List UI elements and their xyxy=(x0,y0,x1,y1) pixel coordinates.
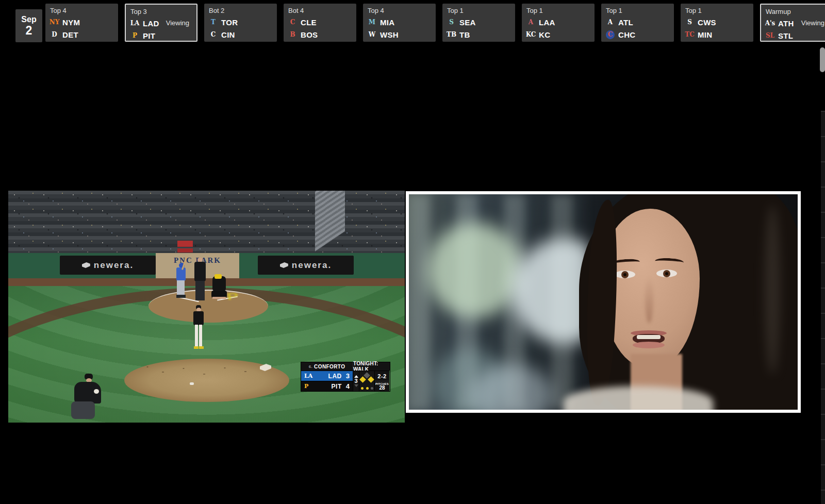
home-team-row: TB TB xyxy=(447,28,510,41)
away-team-logo-icon: A xyxy=(526,18,535,27)
rosin-bag xyxy=(190,382,194,385)
facade-banner xyxy=(177,241,193,247)
away-abbr: LAD xyxy=(312,373,342,380)
scorebug-note: TONIGHT: WALK xyxy=(353,362,390,371)
game-status: Top 1 xyxy=(447,7,510,14)
home-team-abbr: MIN xyxy=(698,30,712,39)
pitcher-figure xyxy=(192,305,205,351)
inning-bottom-arrow-icon xyxy=(354,384,358,387)
home-team-row: B BOS xyxy=(288,28,352,41)
facade-banner xyxy=(177,248,193,253)
away-team-abbr: CWS xyxy=(698,18,716,27)
game-status: Top 4 xyxy=(50,7,113,14)
home-team-logo-icon: SL xyxy=(766,31,774,40)
eye xyxy=(615,271,635,278)
lower-lip xyxy=(633,342,665,348)
home-team-row: W WSH xyxy=(368,28,431,41)
game-tile-nym-det[interactable]: Top 4 NY NYM D DET xyxy=(45,4,118,42)
game-tile-cle-bos[interactable]: Bot 4 C CLE B BOS xyxy=(284,4,356,42)
scorebug: 6. CONFORTO TONIGHT: WALK LA LAD 3 P PIT… xyxy=(301,362,390,391)
game-status: Top 1 xyxy=(685,7,749,14)
batter-figure xyxy=(174,263,188,301)
game-tile-laa-kc[interactable]: Top 1 A LAA KC KC xyxy=(522,4,595,42)
away-team-logo-icon: A's xyxy=(766,19,774,28)
game-status: Bot 4 xyxy=(288,7,352,14)
date-box: Sep 2 xyxy=(15,9,42,42)
pitch-count: PITCHES 28 xyxy=(375,381,389,391)
game-tile-mia-wsh[interactable]: Top 4 M MIA W WSH xyxy=(363,4,436,42)
eyebrow xyxy=(655,258,684,266)
home-team-row: KC KC xyxy=(526,28,590,41)
home-team-abbr: DET xyxy=(62,30,78,39)
home-team-logo-icon: C xyxy=(209,30,218,39)
newera-ad-banner: newera. xyxy=(258,256,354,275)
lad-logo-icon: LA xyxy=(304,373,312,379)
away-team-abbr: TOR xyxy=(221,18,238,27)
home-team-logo-icon: W xyxy=(368,30,376,39)
game-tile-sea-tb[interactable]: Top 1 S SEA TB TB xyxy=(442,4,515,42)
home-plate-dirt xyxy=(148,290,268,323)
nose xyxy=(645,276,653,323)
away-team-logo-icon: S xyxy=(447,18,456,27)
away-team-abbr: LAA xyxy=(539,18,555,27)
away-team-row: A LAA xyxy=(526,16,590,28)
away-team-row: T TOR xyxy=(209,16,272,28)
scrollbar-thumb[interactable] xyxy=(820,47,825,72)
base-first xyxy=(368,376,374,383)
away-team-logo-icon: M xyxy=(368,18,376,27)
away-score: 3 xyxy=(346,372,350,380)
home-team-abbr: KC xyxy=(539,30,550,39)
home-team-abbr: PIT xyxy=(143,31,155,40)
teeth xyxy=(637,335,661,339)
video-pane-baseball[interactable]: PNC PARK newera. newera. P xyxy=(8,191,405,423)
home-team-logo-icon: P xyxy=(130,31,139,40)
ball-strike-count: 2-2 xyxy=(375,371,389,381)
home-team-abbr: BOS xyxy=(301,30,318,39)
home-team-row: C CIN xyxy=(209,28,272,41)
bases-display xyxy=(359,371,374,391)
viewing-badge: Viewing xyxy=(166,19,189,27)
stadium-stairs xyxy=(315,191,345,251)
home-team-logo-icon: KC xyxy=(526,30,535,39)
home-team-logo-icon: C xyxy=(606,30,615,39)
ball-attendant-figure xyxy=(70,374,109,423)
batter-name: CONFORTO xyxy=(314,364,345,369)
home-team-row: SL STL xyxy=(766,29,825,42)
pit-logo-icon: P xyxy=(304,383,312,390)
game-tile-atl-chc[interactable]: Top 1 A ATL C CHC xyxy=(601,4,674,42)
home-team-row: D DET xyxy=(50,28,113,41)
away-team-row: NY NYM xyxy=(50,16,113,28)
away-team-logo-icon: NY xyxy=(50,18,59,27)
away-team-abbr: CLE xyxy=(301,18,317,27)
game-tile-tor-cin[interactable]: Bot 2 T TOR C CIN xyxy=(204,4,277,42)
away-team-abbr: ATL xyxy=(618,18,633,27)
game-status: Bot 2 xyxy=(209,7,272,14)
away-team-row: S CWS xyxy=(685,16,749,28)
inning-number: 3 xyxy=(354,378,357,384)
home-team-logo-icon: TC xyxy=(685,30,694,39)
home-team-abbr: CIN xyxy=(221,30,235,39)
commercial-frame xyxy=(409,194,798,410)
home-team-abbr: WSH xyxy=(380,30,399,39)
game-tile-lad-pit[interactable]: Top 3 LA LAD P PIT Viewing xyxy=(125,4,197,42)
game-status: Top 3 xyxy=(130,8,192,15)
video-pane-commercial[interactable] xyxy=(406,191,801,413)
newera-flag-icon xyxy=(280,262,288,268)
scorebug-away-row: LA LAD 3 xyxy=(301,371,353,381)
game-tile-cws-min[interactable]: Top 1 S CWS TC MIN xyxy=(681,4,753,42)
pirates-grass-logo-icon: P xyxy=(226,291,239,302)
scorebug-home-row: P PIT 4 xyxy=(301,381,353,391)
viewing-badge: Viewing xyxy=(801,19,824,27)
game-tile-ath-stl[interactable]: Warmup A's ATH SL STL Viewing xyxy=(760,4,825,42)
away-team-abbr: SEA xyxy=(459,18,476,27)
home-team-abbr: TB xyxy=(459,30,470,39)
game-status: Top 1 xyxy=(606,7,669,14)
away-team-abbr: LAD xyxy=(143,19,159,28)
game-status: Top 1 xyxy=(526,7,590,14)
eye xyxy=(656,270,677,277)
away-team-row: M MIA xyxy=(368,16,431,28)
catcher-figure xyxy=(210,274,227,304)
home-team-row: C CHC xyxy=(606,28,669,41)
away-team-row: S SEA xyxy=(447,16,510,28)
home-team-abbr: CHC xyxy=(618,30,635,39)
